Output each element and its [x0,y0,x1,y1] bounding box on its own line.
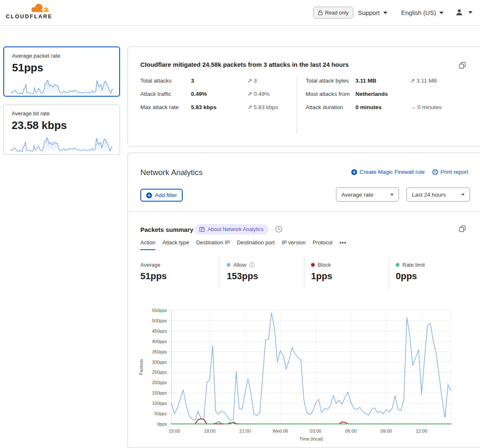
stat-value: 1pps [311,271,332,282]
svg-text:250pps: 250pps [152,370,167,375]
stat-value: 5.83 kbps [191,103,247,112]
about-network-analytics-pill[interactable]: About Network Analytics [194,224,269,235]
rate-type-select[interactable]: Average rate [336,187,399,202]
account-menu[interactable] [455,8,473,17]
stat-average: Average 51pps [140,262,167,282]
tab-protocol[interactable]: Protocol [313,239,333,250]
divider [128,211,480,212]
read-only-badge: Read only [313,7,353,19]
copy-icon[interactable] [459,62,466,69]
chevron-down-icon [439,12,443,14]
stat-label: Total attack bytes [306,77,355,85]
network-analytics-title: Network Analytics [140,168,203,177]
metric-value: 23.58 kbps [12,119,67,132]
metric-value: 51pps [12,61,43,74]
stat-value: 3.11 MB [355,77,410,85]
time-range-select[interactable]: Last 24 hours [407,187,470,202]
cloudflare-cloud-icon [29,3,50,13]
printer-icon [432,169,438,175]
user-icon [455,8,463,17]
rate-select-value: Average rate [341,192,373,198]
tab-attack-type[interactable]: Attack type [162,239,189,250]
metric-label: Average packet rate [12,53,60,59]
divider [304,258,304,289]
packets-summary-title: Packets summary [140,226,193,233]
svg-text:06:00: 06:00 [345,429,357,433]
tab-destination-port[interactable]: Destination port [237,239,274,250]
chevron-down-icon [468,11,473,14]
svg-text:50pps: 50pps [154,411,167,416]
block-dot-icon [311,263,315,267]
lock-icon [318,10,323,15]
cloudflare-logo[interactable]: CLOUDFLARE [6,3,54,19]
svg-text:550pps: 550pps [152,308,167,313]
tab-ip-version[interactable]: IP version [282,239,306,250]
stat-value: 51pps [140,271,167,282]
stat-value: 153pps [227,271,258,282]
rate-limit-dot-icon [396,263,399,267]
svg-text:21:00: 21:00 [239,429,251,433]
stat-value: 0.49% [191,90,247,98]
cloudflare-logo-text: CLOUDFLARE [6,13,54,19]
plus-circle-icon [146,192,152,198]
network-analytics-actions: Create Magic Firewall rule Print report [351,169,468,175]
svg-text:200pps: 200pps [152,380,167,385]
stat-label: Most attacks from [306,90,355,98]
metric-card-packet-rate[interactable]: Average packet rate 51pps [3,46,120,97]
stat-delta: ↗ 5.83 kbps [247,103,278,112]
stat-delta: → 0 minutes [410,103,442,112]
svg-text:350pps: 350pps [152,349,167,354]
stat-rate-limit: Rate limit 0pps [396,262,425,282]
svg-text:150pps: 150pps [152,390,167,395]
read-only-label: Read only [325,10,348,16]
language-menu[interactable]: English (US) [401,9,443,16]
create-magic-firewall-rule-link[interactable]: Create Magic Firewall rule [351,169,425,175]
svg-text:100pps: 100pps [152,401,167,406]
packets-summary-tabs: Action Attack type Destination IP Destin… [140,239,346,250]
print-report-link[interactable]: Print report [432,169,468,175]
stat-value: 0 minutes [355,103,410,112]
add-filter-button[interactable]: Add filter [140,189,183,202]
stat-label: Average [140,262,160,268]
attack-summary-title: Cloudflare mitigated 24.58k packets from… [140,61,349,68]
support-menu[interactable]: Support [358,9,387,16]
svg-text:Wed 06: Wed 06 [272,429,288,433]
about-pill-label: About Network Analytics [208,226,264,232]
stat-delta: ↗ 3.11 MB [410,77,442,85]
add-filter-label: Add filter [155,192,177,198]
tab-destination-ip[interactable]: Destination IP [196,239,230,250]
print-report-label: Print report [441,169,468,175]
plus-circle-icon [351,169,357,175]
svg-text:450pps: 450pps [152,329,167,334]
clock-icon[interactable] [275,226,282,233]
stat-label: Rate limit [402,262,425,268]
attack-summary-card: Cloudflare mitigated 24.58k packets from… [127,46,480,146]
create-rule-label: Create Magic Firewall rule [360,169,425,175]
stat-label: Allow [233,262,246,268]
stat-label: Attack duration [306,103,355,112]
svg-text:12:00: 12:00 [416,429,427,433]
summary-stats-right: Total attack bytes 3.11 MB ↗ 3.11 MB Mos… [306,77,442,112]
divider [389,258,389,289]
stat-delta: ↗ 0.49% [247,90,278,98]
tab-action[interactable]: Action [140,239,155,250]
stat-value: Netherlands [355,90,410,98]
divider [296,77,297,134]
stat-block: Block 1pps [311,262,332,282]
svg-text:18:00: 18:00 [204,429,216,433]
bit-rate-sparkline [10,135,113,153]
network-analytics-card: Network Analytics Create Magic Firewall … [127,153,480,448]
stat-value: 3 [191,77,247,85]
tab-more-button[interactable]: ••• [340,239,347,250]
chevron-down-icon [383,12,387,14]
svg-text:400pps: 400pps [152,339,167,344]
info-icon[interactable] [249,262,255,268]
stat-value: 0pps [396,271,425,282]
metric-card-bit-rate[interactable]: Average bit rate 23.58 kbps [3,105,120,155]
divider [219,258,219,289]
stat-label: Max attack rate [140,103,191,112]
stat-label: Total attacks [140,77,191,85]
metric-label: Average bit rate [12,110,50,117]
copy-icon[interactable] [459,225,466,233]
book-icon [199,227,205,232]
